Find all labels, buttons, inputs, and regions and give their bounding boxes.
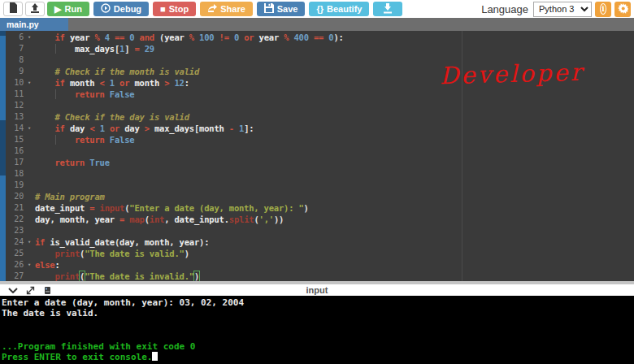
tab-main-py[interactable]: main.py [0,18,68,31]
debug-icon [101,3,111,15]
tab-bar: main.py [0,18,634,31]
line-number: 8 [6,54,24,66]
line-number: 18 [6,168,24,180]
share-icon [207,3,217,15]
scroll-thumb[interactable] [0,120,6,176]
fold-marker-icon[interactable]: ▾ [24,32,35,43]
fold-gutter [24,43,35,54]
debug-button[interactable]: Debug [93,2,149,16]
fold-gutter [24,134,35,145]
language-group: Language Python 3 i [481,2,631,17]
fold-gutter [24,225,35,236]
code-line[interactable]: 19 [6,180,634,191]
line-number: 11 [6,89,24,100]
line-number: 26 [6,259,24,271]
console-line: ...Program finished with exit code 0 [2,341,634,352]
save-button[interactable]: Save [257,2,306,16]
code-text: if year % 4 == 0 and (year % 100 != 0 or… [35,32,344,43]
code-line[interactable]: 20# Main program [6,191,634,202]
console-line: The date is valid. [2,308,634,318]
code-text: print("The date is valid.") [35,248,189,259]
language-label: Language [481,3,528,15]
console-line: Enter a date (day, month, year): 03, 02,… [2,297,634,308]
fold-marker-icon[interactable]: ▾ [24,123,35,134]
code-text: # Check if the month is valid [35,66,199,77]
line-number: 9 [6,66,24,77]
fold-gutter [24,89,35,100]
fold-gutter [24,271,35,281]
handwritten-annotation: Developer [440,58,584,90]
upload-button[interactable] [25,2,45,16]
code-line[interactable]: 15 return False [6,134,634,145]
line-number: 19 [6,180,24,191]
code-line[interactable]: 22day, month, year = map(int, date_input… [6,214,634,225]
new-file-button[interactable] [3,2,23,16]
play-icon: ▶ [54,4,61,15]
scroll-thumb[interactable] [0,31,6,36]
code-line[interactable]: 24▾if is_valid_date(day, month, year): [6,236,634,248]
terminal-cursor [152,352,158,361]
indent-guide [55,44,56,54]
run-button[interactable]: ▶ Run [47,2,89,16]
console-line: Press ENTER to exit console. [2,352,634,362]
line-number: 17 [6,157,24,168]
code-text: date_input = input("Enter a date (day, m… [35,202,309,214]
fold-gutter [24,54,35,66]
fold-gutter [24,157,35,168]
indent-guide [55,135,56,145]
code-text: return False [35,89,134,100]
code-line[interactable]: 27 print("The date is invalid.") [6,271,634,281]
info-button[interactable]: i [595,2,611,17]
code-line[interactable]: 7 max_days[1] = 29 [6,43,634,54]
line-number: 16 [6,145,24,157]
fold-gutter [24,180,35,191]
fold-marker-icon[interactable]: ▾ [24,77,35,89]
toolbar: ▶ Run Debug ■ Stop Share Save {} Beautif… [0,0,634,18]
line-number: 23 [6,225,24,236]
fold-gutter [24,111,35,123]
code-line[interactable]: 23 [6,225,634,236]
code-line[interactable]: 14▾ if day < 1 or day > max_days[month -… [6,123,634,134]
code-line[interactable]: 16 [6,145,634,157]
line-number: 12 [6,100,24,111]
console-line [2,319,634,330]
share-button[interactable]: Share [200,2,253,16]
code-editor[interactable]: 6▾ if year % 4 == 0 and (year % 100 != 0… [0,31,634,281]
indent-guide [55,89,56,99]
code-line[interactable]: 26▾else: [6,259,634,271]
fold-gutter [24,191,35,202]
code-line[interactable]: 25 print("The date is valid.") [6,248,634,259]
line-number: 7 [6,43,24,54]
stop-icon: ■ [160,4,166,14]
console-toolbar: input [0,281,634,296]
code-line[interactable]: 17 return True [6,157,634,168]
fold-marker-icon[interactable]: ▾ [24,236,35,248]
code-text: if day < 1 or day > max_days[month - 1]: [35,123,254,134]
download-icon [383,3,393,15]
language-select[interactable]: Python 3 [533,2,592,17]
console-output[interactable]: Enter a date (day, month, year): 03, 02,… [0,296,634,364]
fold-marker-icon[interactable]: ▾ [24,259,35,271]
fold-gutter [24,248,35,259]
fold-gutter [24,202,35,214]
line-number: 22 [6,214,24,225]
code-line[interactable]: 11 return False [6,89,634,100]
fold-gutter [24,168,35,180]
beautify-button[interactable]: {} Beautify [309,2,369,16]
code-text: return True [35,157,110,168]
code-text: else: [35,259,60,271]
code-line[interactable]: 12 [6,100,634,111]
code-line[interactable]: 13 # Check if the day is valid [6,111,634,123]
code-text: if is_valid_date(day, month, year): [35,236,209,248]
save-icon [264,3,274,15]
gear-icon [618,3,628,15]
line-number: 27 [6,271,24,281]
code-line[interactable]: 18 [6,168,634,180]
code-line[interactable]: 6▾ if year % 4 == 0 and (year % 100 != 0… [6,32,634,43]
stop-button[interactable]: ■ Stop [153,2,196,16]
settings-button[interactable] [614,2,631,17]
upload-icon [30,2,40,15]
code-line[interactable]: 21date_input = input("Enter a date (day,… [6,202,634,214]
download-button[interactable] [373,2,402,16]
line-number: 14 [6,123,24,134]
